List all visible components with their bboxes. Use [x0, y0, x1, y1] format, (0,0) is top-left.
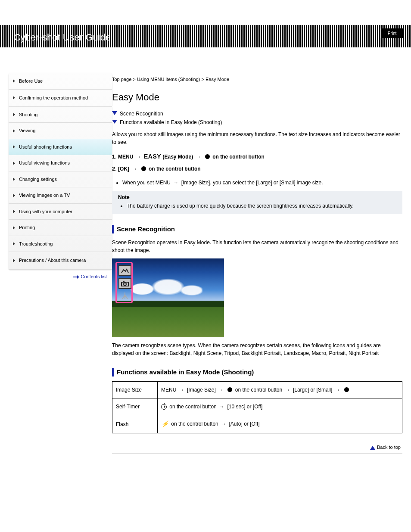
sidebar-item-label: Viewing images on a TV: [19, 193, 70, 198]
sidebar-item-computer[interactable]: Using with your computer: [9, 204, 112, 220]
triangle-up-icon: [370, 446, 375, 450]
sidebar-item-useful-viewing[interactable]: Useful viewing functions: [9, 155, 112, 171]
sidebar-item-before-use[interactable]: Before Use: [9, 73, 112, 90]
flash-icon: ⚡: [161, 420, 168, 429]
sidebar-item-shooting[interactable]: Shooting: [9, 107, 112, 123]
sidebar-item-label: Useful viewing functions: [19, 160, 70, 165]
svg-marker-1: [77, 275, 79, 279]
chevron-right-icon: [13, 145, 15, 149]
subheading-text: Scene Recognition: [117, 224, 175, 234]
step-text: [OK]: [118, 166, 131, 172]
arrow-right-icon: [334, 387, 342, 393]
chevron-right-icon: [13, 242, 15, 246]
page-title: Easy Mode: [112, 90, 402, 107]
sidebar-item-label: Confirming the operation method: [19, 95, 88, 100]
arrow-right-icon: [217, 387, 225, 393]
svg-point-3: [124, 283, 126, 285]
sidebar-item-label: Useful shooting functions: [19, 144, 72, 149]
functions-table: Image Size MENU [Image Size] on the cont…: [112, 381, 402, 433]
sidebar-item-label: Changing settings: [19, 177, 57, 182]
bullet-list: When you set MENU [Image Size], you can …: [115, 179, 402, 187]
toc-link-functions[interactable]: Functions available in Easy Mode (Shooti…: [112, 118, 402, 126]
arrow-right-icon: [131, 166, 138, 172]
center-button-icon: [227, 387, 232, 392]
step-number: 2.: [112, 165, 118, 173]
chevron-right-icon: [13, 194, 15, 197]
step-text: MENU: [118, 154, 135, 160]
sidebar-item-precautions[interactable]: Precautions / About this camera: [9, 252, 112, 269]
sidebar-item-viewing[interactable]: Viewing: [9, 123, 112, 139]
cell-text: [Auto] or [Off]: [229, 421, 259, 427]
cell-text: on the control button: [169, 404, 216, 410]
landscape-icon: [118, 265, 131, 276]
cell-text: MENU: [161, 387, 176, 393]
bullet-text: [Image Size], you can select the [Large]…: [181, 180, 323, 186]
triangle-down-icon: [112, 111, 117, 115]
chevron-right-icon: [13, 113, 15, 116]
step-text: (Easy Mode): [162, 154, 194, 160]
arrow-right-icon: [218, 404, 226, 410]
subheading-text: Functions available in Easy Mode (Shooti…: [117, 367, 254, 377]
chevron-right-icon: [13, 96, 15, 100]
cell-text: on the control button: [235, 387, 282, 393]
back-to-top-link[interactable]: Back to top: [112, 444, 401, 451]
chevron-right-icon: [13, 162, 15, 165]
sidebar-item-changing-settings[interactable]: Changing settings: [9, 171, 112, 188]
toc-label: Functions available in Easy Mode (Shooti…: [120, 118, 222, 126]
icon-panel-highlight: [115, 262, 133, 303]
contents-list-label: Contents list: [81, 274, 107, 279]
row-label: Image Size: [112, 382, 158, 398]
contents-list-link[interactable]: Contents list: [9, 270, 112, 280]
sidebar-item-troubleshooting[interactable]: Troubleshooting: [9, 236, 112, 252]
self-timer-icon: [161, 404, 167, 410]
divider: [112, 454, 402, 454]
tripod-icon: [118, 291, 131, 300]
cell-text: [10 sec] or [Off]: [227, 404, 262, 410]
toc-label: Scene Recognition: [120, 110, 163, 118]
chevron-right-icon: [13, 79, 15, 83]
print-button[interactable]: Print: [381, 28, 403, 38]
row-label: Self-Timer: [112, 398, 158, 415]
table-row: Self-Timer on the control button [10 sec…: [112, 398, 402, 415]
sidebar-item-useful-shooting[interactable]: Useful shooting functions: [9, 139, 112, 156]
center-button-icon: [344, 387, 349, 392]
row-content: MENU [Image Size] on the control button …: [158, 382, 402, 398]
chevron-right-icon: [13, 226, 15, 230]
chevron-right-icon: [13, 210, 15, 213]
note-box: Note The battery charge is used up more …: [112, 191, 402, 214]
arrow-right-icon: [195, 154, 202, 160]
easy-icon: EASY: [144, 153, 161, 160]
row-label: Flash: [112, 415, 158, 433]
camera-icon: [118, 278, 131, 289]
chevron-right-icon: [13, 177, 15, 181]
row-content: ⚡ on the control button [Auto] or [Off]: [158, 415, 402, 433]
sidebar-item-label: Precautions / About this camera: [19, 258, 86, 263]
header-band: Cyber-shot User Guide Print: [0, 25, 411, 47]
camera-screen-preview: [112, 258, 224, 337]
cell-text: [Image Size]: [187, 387, 216, 393]
row-content: on the control button [10 sec] or [Off]: [158, 398, 402, 415]
step-text: on the control button: [212, 154, 265, 160]
arrow-right-icon: [220, 421, 227, 427]
sidebar-item-printing[interactable]: Printing: [9, 220, 112, 236]
sidebar-item-operation[interactable]: Confirming the operation method: [9, 90, 112, 107]
subheading-functions: Functions available in Easy Mode (Shooti…: [112, 367, 402, 377]
scene-p2: The camera recognizes scene types. When …: [112, 342, 402, 357]
scene-p1: Scene Recognition operates in Easy Mode.…: [112, 239, 402, 254]
header-title: Cyber-shot User Guide: [14, 30, 111, 44]
step-2: 2. [OK] on the control button: [112, 165, 402, 173]
table-row: Image Size MENU [Image Size] on the cont…: [112, 382, 402, 398]
toc-link-scene[interactable]: Scene Recognition: [112, 110, 402, 118]
cell-text: [Large] or [Small]: [293, 387, 332, 393]
arrow-right-icon: [178, 387, 186, 393]
note-text: The battery charge is used up more quick…: [127, 202, 398, 210]
note-label: Note: [118, 193, 398, 201]
cell-text: on the control button: [171, 421, 218, 427]
step-number: 1.: [112, 152, 118, 161]
sidebar-item-tv[interactable]: Viewing images on a TV: [9, 187, 112, 204]
step-text: on the control button: [149, 166, 201, 172]
step-1: 1. MENU EASY (Easy Mode) on the control …: [112, 152, 402, 161]
arrow-right-icon: [284, 387, 292, 393]
triangle-down-icon: [112, 120, 117, 124]
steps-list: 1. MENU EASY (Easy Mode) on the control …: [112, 152, 402, 173]
